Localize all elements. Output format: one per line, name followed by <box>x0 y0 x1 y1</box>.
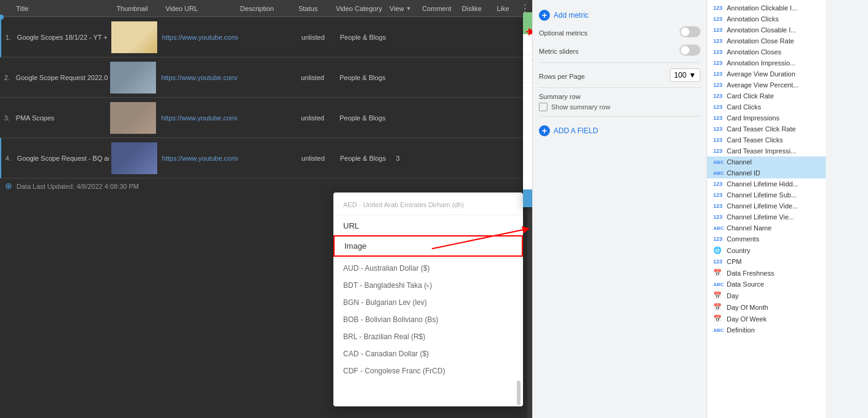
list-item[interactable]: 123Channel Lifetime Vide... <box>707 200 826 211</box>
list-item-label: CPM <box>727 258 741 265</box>
list-item-label: Annotation Close Rate <box>727 37 794 45</box>
list-item[interactable]: 123Annotation Closable I... <box>707 24 826 35</box>
type-datetime[interactable]: 📅 Date & Time › <box>523 119 532 136</box>
list-item[interactable]: 123Average View Percent... <box>707 79 826 90</box>
optional-metrics-row: Optional metrics <box>539 24 700 39</box>
dropdown-item-cdf[interactable]: CDF - Congolese Franc (FrCD) <box>333 362 523 380</box>
boolean-icon: ×÷ <box>532 142 532 148</box>
list-item[interactable]: 123Annotation Closes <box>707 46 826 57</box>
dropdown-item-aed[interactable]: AED - United Arab Emirates Dirham (dh) <box>333 196 523 213</box>
list-item[interactable]: 123Card Teaser Clicks <box>707 134 826 145</box>
list-item[interactable]: ABCData Source <box>707 279 826 290</box>
list-item-label: Average View Duration <box>727 70 795 78</box>
list-item-icon: 123 <box>713 137 723 143</box>
dropdown-item-brl[interactable]: BRL - Brazilian Real (R$) <box>333 328 523 345</box>
table-row: 3. PMA Scopes https://www.youtube.com/wa… <box>0 98 532 138</box>
list-item[interactable]: 123Channel Lifetime Vie... <box>707 211 826 222</box>
cell-url[interactable]: https://www.youtube.com/wat... <box>160 34 238 41</box>
list-item[interactable]: 123Annotation Clicks <box>707 13 826 24</box>
cell-status: unlisted <box>299 74 337 81</box>
cell-url[interactable]: https://www.youtube.com/wat... <box>158 74 237 81</box>
list-item-icon: 📅 <box>713 303 723 311</box>
dropdown-scrollbar[interactable] <box>517 381 521 405</box>
list-item-label: Definition <box>727 326 755 334</box>
type-url[interactable]: 🔗 URL › <box>523 189 532 207</box>
list-item-icon: 123 <box>713 236 723 242</box>
list-item[interactable]: 123CPM <box>707 256 826 267</box>
col-header-desc[interactable]: Description <box>236 5 294 12</box>
row-number: 1. <box>1 34 15 41</box>
text-icon: ABC <box>532 107 532 112</box>
list-item[interactable]: 123Card Impressions <box>707 112 826 123</box>
list-item[interactable]: 123Annotation Close Rate <box>707 35 826 46</box>
thumbnail-image <box>110 102 157 134</box>
add-data-icon[interactable]: ⊕ <box>5 181 12 191</box>
rows-per-page-select[interactable]: 100 ▼ <box>670 68 700 82</box>
col-header-thumbnail[interactable]: Thumbnail <box>111 5 160 12</box>
list-item[interactable]: 📅Data Freshness <box>707 267 826 279</box>
list-item[interactable]: ABCChannel ID <box>707 167 826 178</box>
type-currency[interactable]: 123 Currency › <box>523 172 532 189</box>
rows-per-page-section: Rows per Page 100 ▼ <box>539 68 700 82</box>
list-item[interactable]: 📅Day <box>707 290 826 301</box>
dropdown-item-bdt[interactable]: BDT - Bangladeshi Taka (৳) <box>333 277 523 294</box>
cell-title: Google Scope Request - BQ and YT - 2022-… <box>15 155 109 162</box>
toggle-thumb <box>681 28 689 36</box>
list-item[interactable]: 123Average View Duration <box>707 68 826 79</box>
dropdown-item-bob[interactable]: BOB - Bolivian Boliviano (Bs) <box>333 311 523 328</box>
col-header-url[interactable]: Video URL <box>161 5 236 12</box>
list-item-icon: ABC <box>713 226 723 231</box>
list-item[interactable]: 📅Day Of Week <box>707 313 826 324</box>
col-header-vidcat[interactable]: Video Category <box>331 5 385 12</box>
list-item-icon: 📅 <box>713 292 723 299</box>
col-header-like[interactable]: Like <box>492 5 520 12</box>
list-item[interactable]: 123Channel Lifetime Sub... <box>707 189 826 200</box>
cell-url[interactable]: https://www.youtube.com/wat... <box>158 114 237 122</box>
type-select-value: Numeric <box>532 70 532 79</box>
list-item-label: Channel Lifetime Vie... <box>727 213 794 221</box>
col-header-status[interactable]: Status <box>294 5 331 12</box>
list-item[interactable]: ABCDefinition <box>707 324 826 336</box>
list-item[interactable]: 123Card Click Rate <box>707 90 826 101</box>
list-item[interactable]: 123Annotation Clickable I... <box>707 2 826 13</box>
add-metric-button[interactable]: + Add metric <box>539 6 700 24</box>
list-item[interactable]: 123Card Teaser Click Rate <box>707 123 826 134</box>
cell-url[interactable]: https://www.youtube.com/wat... <box>160 155 238 162</box>
col-header-comment[interactable]: Comment <box>417 5 457 12</box>
type-boolean[interactable]: ×÷ Boolean <box>523 136 532 154</box>
dropdown-item-url[interactable]: URL <box>333 216 523 235</box>
dropdown-item-bgn[interactable]: BGN - Bulgarian Lev (lev) <box>333 294 523 311</box>
field-list-panel: 123Annotation Clickable I...123Annotatio… <box>707 0 826 418</box>
type-numeric[interactable]: 123 Numeric › <box>523 83 532 101</box>
list-item[interactable]: 123Card Teaser Impressi... <box>707 145 826 156</box>
list-item[interactable]: 📅Day Of Month <box>707 301 826 313</box>
type-geo[interactable]: 🌐 Geo › <box>523 154 532 172</box>
rows-per-page-arrow: ▼ <box>689 71 696 79</box>
type-text[interactable]: ABC Text <box>523 101 532 119</box>
list-item-label: Data Source <box>727 280 764 288</box>
list-item[interactable]: ABCChannel Name <box>707 222 826 233</box>
list-item[interactable]: 123Comments <box>707 233 826 244</box>
list-item-label: Country <box>727 247 751 254</box>
rows-per-page-label: Rows per Page <box>539 73 585 80</box>
list-item-label: Card Clicks <box>727 103 761 111</box>
table-row: 2. Google Scope Request 2022.01.05 - BQ … <box>0 57 532 98</box>
rows-per-page-value: 100 <box>674 71 686 79</box>
dropdown-item-image[interactable]: Image <box>333 235 523 257</box>
dropdown-item-aud[interactable]: AUD - Australian Dollar ($) <box>333 260 523 277</box>
list-item[interactable]: 123Annotation Impressio... <box>707 57 826 68</box>
add-field-button[interactable]: + ADD A FIELD <box>539 122 700 140</box>
list-item[interactable]: 123Card Clicks <box>707 101 826 112</box>
optional-metrics-toggle[interactable] <box>680 26 700 37</box>
dropdown-item-cad[interactable]: CAD - Canadian Dollar ($) <box>333 345 523 362</box>
col-header-title[interactable]: Title <box>11 5 111 12</box>
list-item[interactable]: 🌐Country <box>707 244 826 256</box>
metric-sliders-toggle[interactable] <box>680 45 700 56</box>
list-item-icon: ABC <box>713 160 723 165</box>
col-header-view[interactable]: View ▼ <box>385 5 417 12</box>
summary-row-checkbox[interactable] <box>539 103 547 111</box>
list-item[interactable]: ABCChannel <box>707 156 826 167</box>
col-header-dislike[interactable]: Dislike <box>457 5 492 12</box>
list-item-label: Card Teaser Impressi... <box>727 147 796 155</box>
list-item[interactable]: 123Channel Lifetime Hidd... <box>707 178 826 189</box>
